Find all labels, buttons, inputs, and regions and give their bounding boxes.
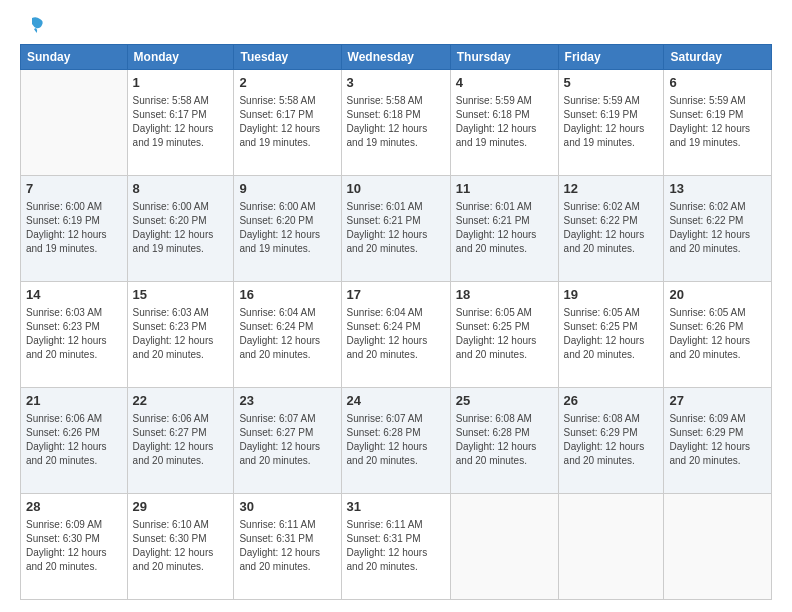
day-number: 13 [669,180,766,198]
day-number: 20 [669,286,766,304]
day-number: 12 [564,180,659,198]
calendar-cell [450,494,558,600]
calendar-cell [664,494,772,600]
day-info: Sunrise: 6:06 AMSunset: 6:27 PMDaylight:… [133,412,229,468]
day-info: Sunrise: 6:02 AMSunset: 6:22 PMDaylight:… [669,200,766,256]
day-info: Sunrise: 5:58 AMSunset: 6:18 PMDaylight:… [347,94,445,150]
col-header-wednesday: Wednesday [341,45,450,70]
day-number: 2 [239,74,335,92]
calendar-cell: 18Sunrise: 6:05 AMSunset: 6:25 PMDayligh… [450,282,558,388]
day-number: 27 [669,392,766,410]
day-number: 3 [347,74,445,92]
calendar-cell: 13Sunrise: 6:02 AMSunset: 6:22 PMDayligh… [664,176,772,282]
day-info: Sunrise: 6:11 AMSunset: 6:31 PMDaylight:… [239,518,335,574]
day-info: Sunrise: 6:05 AMSunset: 6:26 PMDaylight:… [669,306,766,362]
col-header-tuesday: Tuesday [234,45,341,70]
calendar-cell: 6Sunrise: 5:59 AMSunset: 6:19 PMDaylight… [664,70,772,176]
day-info: Sunrise: 6:00 AMSunset: 6:20 PMDaylight:… [133,200,229,256]
calendar-cell: 14Sunrise: 6:03 AMSunset: 6:23 PMDayligh… [21,282,128,388]
day-number: 18 [456,286,553,304]
day-info: Sunrise: 6:01 AMSunset: 6:21 PMDaylight:… [347,200,445,256]
calendar-cell: 17Sunrise: 6:04 AMSunset: 6:24 PMDayligh… [341,282,450,388]
calendar-cell: 20Sunrise: 6:05 AMSunset: 6:26 PMDayligh… [664,282,772,388]
day-info: Sunrise: 6:05 AMSunset: 6:25 PMDaylight:… [564,306,659,362]
day-number: 25 [456,392,553,410]
day-info: Sunrise: 6:01 AMSunset: 6:21 PMDaylight:… [456,200,553,256]
day-info: Sunrise: 6:08 AMSunset: 6:28 PMDaylight:… [456,412,553,468]
day-info: Sunrise: 6:07 AMSunset: 6:28 PMDaylight:… [347,412,445,468]
day-number: 31 [347,498,445,516]
calendar-week-row: 14Sunrise: 6:03 AMSunset: 6:23 PMDayligh… [21,282,772,388]
calendar-cell: 31Sunrise: 6:11 AMSunset: 6:31 PMDayligh… [341,494,450,600]
day-number: 28 [26,498,122,516]
day-number: 11 [456,180,553,198]
day-number: 16 [239,286,335,304]
day-info: Sunrise: 5:59 AMSunset: 6:19 PMDaylight:… [564,94,659,150]
day-number: 10 [347,180,445,198]
calendar-cell: 9Sunrise: 6:00 AMSunset: 6:20 PMDaylight… [234,176,341,282]
day-number: 29 [133,498,229,516]
calendar-cell: 22Sunrise: 6:06 AMSunset: 6:27 PMDayligh… [127,388,234,494]
calendar-week-row: 1Sunrise: 5:58 AMSunset: 6:17 PMDaylight… [21,70,772,176]
col-header-monday: Monday [127,45,234,70]
day-info: Sunrise: 6:06 AMSunset: 6:26 PMDaylight:… [26,412,122,468]
col-header-thursday: Thursday [450,45,558,70]
day-info: Sunrise: 5:59 AMSunset: 6:18 PMDaylight:… [456,94,553,150]
day-number: 21 [26,392,122,410]
day-info: Sunrise: 6:05 AMSunset: 6:25 PMDaylight:… [456,306,553,362]
calendar-cell: 30Sunrise: 6:11 AMSunset: 6:31 PMDayligh… [234,494,341,600]
day-number: 8 [133,180,229,198]
calendar-cell: 24Sunrise: 6:07 AMSunset: 6:28 PMDayligh… [341,388,450,494]
day-info: Sunrise: 6:11 AMSunset: 6:31 PMDaylight:… [347,518,445,574]
day-info: Sunrise: 5:59 AMSunset: 6:19 PMDaylight:… [669,94,766,150]
calendar-cell: 29Sunrise: 6:10 AMSunset: 6:30 PMDayligh… [127,494,234,600]
calendar-cell: 23Sunrise: 6:07 AMSunset: 6:27 PMDayligh… [234,388,341,494]
day-info: Sunrise: 5:58 AMSunset: 6:17 PMDaylight:… [133,94,229,150]
day-number: 24 [347,392,445,410]
day-number: 6 [669,74,766,92]
calendar-header-row: SundayMondayTuesdayWednesdayThursdayFrid… [21,45,772,70]
calendar-week-row: 7Sunrise: 6:00 AMSunset: 6:19 PMDaylight… [21,176,772,282]
day-number: 4 [456,74,553,92]
day-info: Sunrise: 6:04 AMSunset: 6:24 PMDaylight:… [239,306,335,362]
calendar-cell: 28Sunrise: 6:09 AMSunset: 6:30 PMDayligh… [21,494,128,600]
day-number: 9 [239,180,335,198]
day-info: Sunrise: 6:02 AMSunset: 6:22 PMDaylight:… [564,200,659,256]
calendar-cell [558,494,664,600]
calendar-week-row: 28Sunrise: 6:09 AMSunset: 6:30 PMDayligh… [21,494,772,600]
day-info: Sunrise: 6:09 AMSunset: 6:29 PMDaylight:… [669,412,766,468]
calendar-cell: 11Sunrise: 6:01 AMSunset: 6:21 PMDayligh… [450,176,558,282]
calendar-cell: 26Sunrise: 6:08 AMSunset: 6:29 PMDayligh… [558,388,664,494]
calendar-cell: 25Sunrise: 6:08 AMSunset: 6:28 PMDayligh… [450,388,558,494]
day-info: Sunrise: 5:58 AMSunset: 6:17 PMDaylight:… [239,94,335,150]
day-info: Sunrise: 6:00 AMSunset: 6:19 PMDaylight:… [26,200,122,256]
calendar-cell: 5Sunrise: 5:59 AMSunset: 6:19 PMDaylight… [558,70,664,176]
calendar-week-row: 21Sunrise: 6:06 AMSunset: 6:26 PMDayligh… [21,388,772,494]
day-number: 19 [564,286,659,304]
day-number: 1 [133,74,229,92]
calendar-cell: 4Sunrise: 5:59 AMSunset: 6:18 PMDaylight… [450,70,558,176]
day-info: Sunrise: 6:08 AMSunset: 6:29 PMDaylight:… [564,412,659,468]
calendar-table: SundayMondayTuesdayWednesdayThursdayFrid… [20,44,772,600]
day-info: Sunrise: 6:00 AMSunset: 6:20 PMDaylight:… [239,200,335,256]
day-number: 23 [239,392,335,410]
calendar-cell: 3Sunrise: 5:58 AMSunset: 6:18 PMDaylight… [341,70,450,176]
page: SundayMondayTuesdayWednesdayThursdayFrid… [0,0,792,612]
calendar-cell: 27Sunrise: 6:09 AMSunset: 6:29 PMDayligh… [664,388,772,494]
col-header-sunday: Sunday [21,45,128,70]
calendar-cell: 8Sunrise: 6:00 AMSunset: 6:20 PMDaylight… [127,176,234,282]
day-info: Sunrise: 6:03 AMSunset: 6:23 PMDaylight:… [133,306,229,362]
day-info: Sunrise: 6:03 AMSunset: 6:23 PMDaylight:… [26,306,122,362]
day-info: Sunrise: 6:10 AMSunset: 6:30 PMDaylight:… [133,518,229,574]
day-number: 17 [347,286,445,304]
day-number: 7 [26,180,122,198]
day-info: Sunrise: 6:07 AMSunset: 6:27 PMDaylight:… [239,412,335,468]
header [20,16,772,34]
day-number: 5 [564,74,659,92]
day-number: 30 [239,498,335,516]
calendar-cell: 10Sunrise: 6:01 AMSunset: 6:21 PMDayligh… [341,176,450,282]
calendar-cell: 7Sunrise: 6:00 AMSunset: 6:19 PMDaylight… [21,176,128,282]
calendar-cell: 12Sunrise: 6:02 AMSunset: 6:22 PMDayligh… [558,176,664,282]
calendar-cell: 1Sunrise: 5:58 AMSunset: 6:17 PMDaylight… [127,70,234,176]
calendar-cell: 19Sunrise: 6:05 AMSunset: 6:25 PMDayligh… [558,282,664,388]
